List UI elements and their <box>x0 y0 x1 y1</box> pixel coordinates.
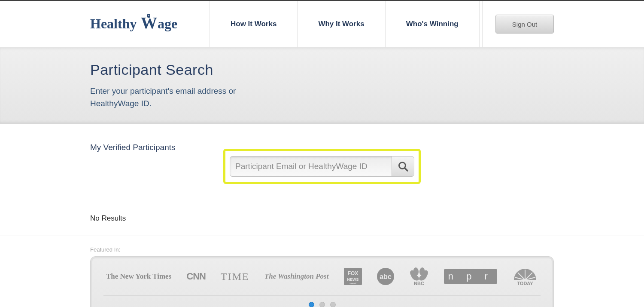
nav-why-it-works[interactable]: Why It Works <box>297 1 385 47</box>
header: Healthy W age How It Works Why It Works … <box>0 1 644 48</box>
logo-washington-post: The Washington Post <box>264 268 329 285</box>
main: My Verified Participants No Results <box>90 124 554 223</box>
nav: How It Works Why It Works Who's Winning … <box>210 1 554 47</box>
logo-fox-news: FOX NEWS channel <box>344 268 362 285</box>
search-button[interactable] <box>392 157 414 176</box>
logo[interactable]: Healthy W age <box>90 1 210 47</box>
logo-nbc: NBC <box>409 268 429 285</box>
nav-how-it-works[interactable]: How It Works <box>210 1 297 47</box>
no-results-text: No Results <box>90 214 554 223</box>
logos-row: The New York Times CNN TIME The Washingt… <box>103 268 541 296</box>
svg-text:channel: channel <box>349 282 356 284</box>
carousel-dots <box>103 296 541 307</box>
svg-line-3 <box>405 168 407 171</box>
logo-time: TIME <box>221 268 249 285</box>
page-title: Participant Search <box>90 61 554 78</box>
hero: Participant Search Enter your participan… <box>0 48 644 124</box>
svg-text:TODAY: TODAY <box>517 281 533 286</box>
participant-search-input[interactable] <box>230 157 392 176</box>
nav-whos-winning[interactable]: Who's Winning <box>385 1 479 47</box>
page-subtitle: Enter your participant's email address o… <box>90 85 270 110</box>
featured-section: Featured In: The New York Times CNN TIME… <box>0 236 644 307</box>
logo-npr: n p r <box>444 268 497 285</box>
carousel-dot-3[interactable] <box>330 302 336 307</box>
search-box <box>230 156 414 177</box>
search-highlight <box>223 149 421 184</box>
signout-button[interactable]: Sign Out <box>495 15 554 34</box>
carousel-dot-2[interactable] <box>319 302 325 307</box>
logo-today: TODAY <box>512 268 538 285</box>
logo-cnn: CNN <box>186 268 206 285</box>
featured-panel: The New York Times CNN TIME The Washingt… <box>90 256 554 307</box>
logo-abc: abc <box>377 268 394 285</box>
svg-text:NBC: NBC <box>414 281 424 286</box>
scale-icon <box>147 14 150 18</box>
nav-spacer <box>479 1 482 47</box>
svg-text:NEWS: NEWS <box>347 277 358 282</box>
logo-nyt: The New York Times <box>106 268 171 285</box>
featured-label: Featured In: <box>90 246 554 253</box>
search-icon <box>398 161 409 172</box>
svg-text:abc: abc <box>380 273 392 280</box>
signout-area: Sign Out <box>482 1 554 47</box>
svg-point-1 <box>148 15 149 16</box>
logo-text-age: age <box>158 16 177 31</box>
carousel-dot-1[interactable] <box>309 302 314 307</box>
svg-text:FOX: FOX <box>347 270 358 276</box>
logo-text: Healthy <box>90 16 137 31</box>
